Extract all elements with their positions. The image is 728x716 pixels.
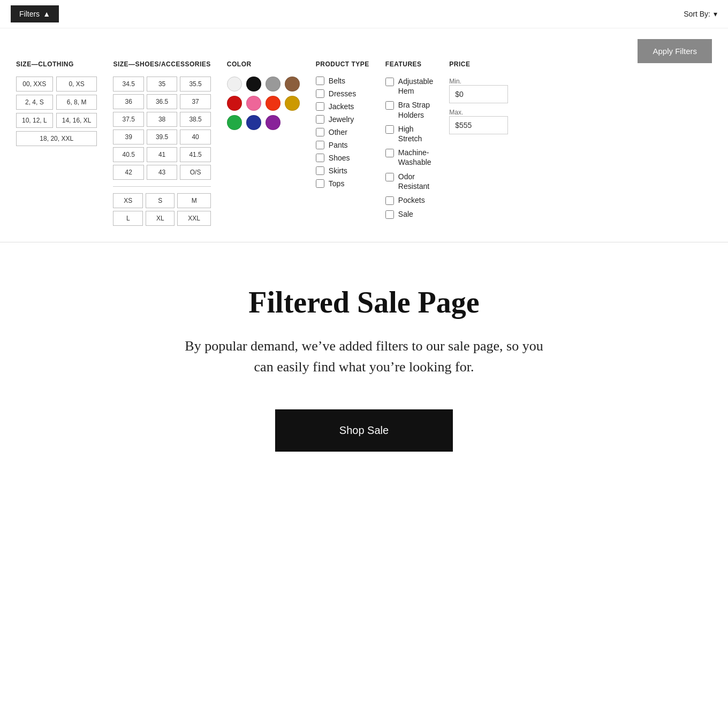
shoe-size-btn[interactable]: 34.5 [113,77,143,92]
shop-sale-button[interactable]: Shop Sale [275,409,453,452]
checkbox-odor-resistant[interactable] [385,173,394,181]
features-list: AdjustableHem Bra StrapHolders HighStret… [385,77,433,219]
feature-label: OdorResistant [398,172,429,191]
size-shoes-grid: 34.5 35 35.5 36 36.5 37 37.5 38 38.5 39 … [113,77,210,180]
checkbox-sale[interactable] [385,210,394,219]
feature-bra-strap[interactable]: Bra StrapHolders [385,100,433,119]
sort-by-label: Sort By: [684,10,710,18]
color-swatch-white[interactable] [227,77,242,92]
size-btn[interactable]: 00, XXS [16,77,53,92]
product-type-label: Belts [329,77,345,85]
color-swatch-purple[interactable] [266,115,280,130]
checkbox-dresses[interactable] [316,89,324,98]
size-btn[interactable]: 14, 16, XL [56,113,97,128]
color-swatch-black[interactable] [246,77,261,92]
shoe-size-btn[interactable]: O/S [180,165,210,180]
shoe-size-btn[interactable]: 40.5 [113,147,143,162]
checkbox-adjustable-hem[interactable] [385,78,394,86]
product-type-list: Belts Dresses Jackets Jewelry Other [316,77,369,188]
product-type-skirts[interactable]: Skirts [316,166,369,175]
product-type-pants[interactable]: Pants [316,141,369,149]
feature-pockets[interactable]: Pockets [385,195,433,205]
size-btn[interactable]: 0, XS [56,77,97,92]
color-swatch-brown[interactable] [285,77,300,92]
product-type-label: Dresses [329,89,356,98]
size-btn[interactable]: 6, 8, M [56,95,97,110]
shoe-size-btn[interactable]: 41 [147,147,177,162]
color-swatch-green[interactable] [227,115,242,130]
shoe-size-btn[interactable]: 42 [113,165,143,180]
apparel-size-btn[interactable]: XS [113,193,143,208]
checkbox-jackets[interactable] [316,102,324,111]
shoe-size-btn[interactable]: 35 [147,77,177,92]
shoe-size-btn[interactable]: 39.5 [147,130,177,144]
size-shoes-col: SIZE—SHOES/ACCESSORIES 34.5 35 35.5 36 3… [113,60,210,226]
price-header: PRICE [449,60,508,68]
size-btn[interactable]: 10, 12, L [16,113,53,128]
color-swatch-orange-red[interactable] [266,96,280,111]
feature-adjustable-hem[interactable]: AdjustableHem [385,77,433,96]
product-type-label: Jewelry [329,115,354,124]
feature-machine-washable[interactable]: Machine-Washable [385,148,433,167]
product-type-other[interactable]: Other [316,128,369,136]
color-swatch-red[interactable] [227,96,242,111]
feature-sale[interactable]: Sale [385,209,433,219]
apply-filters-button[interactable]: Apply Filters [638,39,712,63]
feature-label: Machine-Washable [398,148,431,167]
size-btn[interactable]: 2, 4, S [16,95,53,110]
filter-columns: SIZE—CLOTHING 00, XXS 0, XS 2, 4, S 6, 8… [16,60,712,226]
price-min-section: Min. [449,78,508,103]
top-bar: Filters ▲ Sort By: ▾ [0,0,728,28]
product-type-jewelry[interactable]: Jewelry [316,115,369,124]
checkbox-tops[interactable] [316,179,324,188]
size-clothing-header: SIZE—CLOTHING [16,60,97,68]
checkbox-machine-washable[interactable] [385,149,394,157]
shoe-size-btn[interactable]: 43 [147,165,177,180]
checkbox-high-stretch[interactable] [385,125,394,134]
checkbox-jewelry[interactable] [316,115,324,124]
color-swatch-pink[interactable] [246,96,261,111]
product-type-shoes[interactable]: Shoes [316,154,369,162]
filters-button[interactable]: Filters ▲ [11,5,59,22]
shoe-size-btn[interactable]: 36 [113,94,143,109]
checkbox-skirts[interactable] [316,166,324,175]
price-max-input[interactable] [449,116,508,134]
page-subtitle: By popular demand, we’ve added filters t… [177,336,551,377]
product-type-jackets[interactable]: Jackets [316,102,369,111]
checkbox-bra-strap[interactable] [385,101,394,110]
checkbox-other[interactable] [316,128,324,136]
feature-odor-resistant[interactable]: OdorResistant [385,172,433,191]
apparel-size-btn[interactable]: L [113,211,143,226]
color-swatch-gray[interactable] [266,77,280,92]
shoe-size-btn[interactable]: 39 [113,130,143,144]
shoe-size-btn[interactable]: 38.5 [180,112,210,127]
shoe-size-btn[interactable]: 36.5 [147,94,177,109]
checkbox-belts[interactable] [316,77,324,85]
product-type-belts[interactable]: Belts [316,77,369,85]
shoe-size-btn[interactable]: 41.5 [180,147,210,162]
shoe-size-btn[interactable]: 35.5 [180,77,210,92]
checkbox-shoes[interactable] [316,154,324,162]
shoe-size-btn[interactable]: 37 [180,94,210,109]
feature-high-stretch[interactable]: HighStretch [385,124,433,143]
color-swatch-navy[interactable] [246,115,261,130]
shoe-size-btn[interactable]: 40 [180,130,210,144]
checkbox-pockets[interactable] [385,196,394,205]
color-col: COLOR [227,60,300,130]
filter-panel: Apply Filters SIZE—CLOTHING 00, XXS 0, X… [0,28,728,242]
sort-by-dropdown[interactable]: Sort By: ▾ [684,10,717,18]
size-btn[interactable]: 18, 20, XXL [16,131,97,146]
apparel-size-btn[interactable]: S [146,193,175,208]
product-type-dresses[interactable]: Dresses [316,89,369,98]
apparel-size-btn[interactable]: M [177,193,210,208]
shoe-size-btn[interactable]: 38 [147,112,177,127]
shoe-size-btn[interactable]: 37.5 [113,112,143,127]
apparel-size-btn[interactable]: XXL [177,211,210,226]
price-min-input[interactable] [449,85,508,103]
color-header: COLOR [227,60,300,68]
product-type-tops[interactable]: Tops [316,179,369,188]
checkbox-pants[interactable] [316,141,324,149]
product-type-label: Tops [329,179,345,188]
apparel-size-btn[interactable]: XL [146,211,175,226]
color-swatch-gold[interactable] [285,96,300,111]
